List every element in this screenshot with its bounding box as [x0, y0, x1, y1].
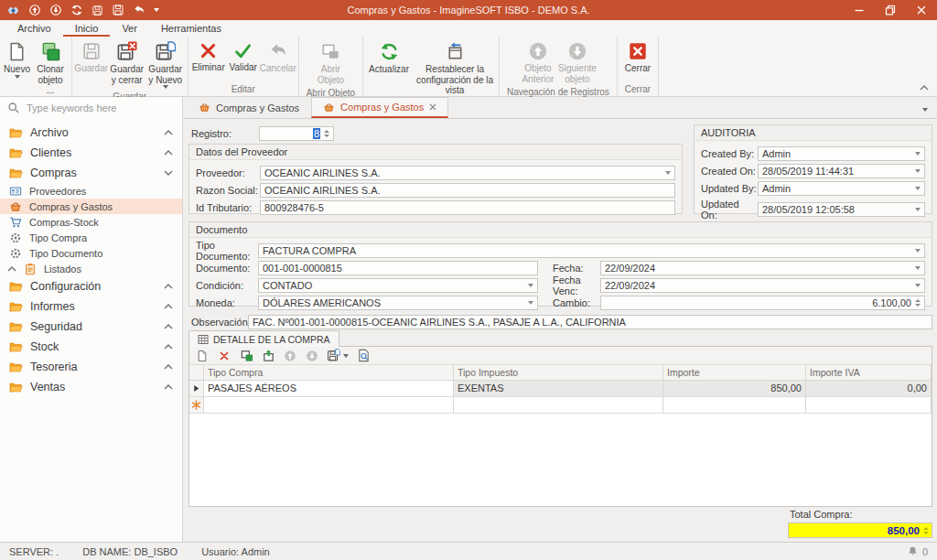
chevron-up-icon[interactable]	[164, 130, 173, 135]
eliminar-button[interactable]: Eliminar	[190, 39, 227, 75]
chevron-up-icon[interactable]	[164, 364, 173, 370]
registro-input[interactable]: 8	[259, 126, 334, 141]
nuevo-button[interactable]: Nuevo	[2, 39, 32, 81]
guardar-button[interactable]: Guardar	[74, 39, 109, 76]
cell-tipo-impuesto[interactable]: EXENTAS	[454, 381, 663, 396]
chevron-down-icon[interactable]	[915, 169, 921, 173]
new-row[interactable]	[189, 397, 932, 414]
bell-icon[interactable]	[907, 545, 919, 557]
sidebar-item-listados[interactable]: Listados	[0, 261, 182, 276]
menu-ver[interactable]: Ver	[110, 22, 149, 37]
detalle-tab[interactable]: DETALLE DE LA COMPRA	[188, 330, 339, 347]
undo-icon[interactable]	[133, 4, 145, 16]
documento-input[interactable]: 001-001-0000815	[258, 261, 538, 275]
cell-empty[interactable]	[806, 397, 932, 413]
menu-herramientas[interactable]: Herramientas	[149, 22, 233, 37]
fecha-picker[interactable]: 22/09/2024	[600, 261, 925, 275]
id-tributario-input[interactable]: 800928476-5	[260, 200, 675, 215]
move-down-button[interactable]	[303, 348, 321, 363]
chevron-down-icon[interactable]	[915, 187, 921, 190]
tipo-documento-combobox[interactable]: FACTURA COMPRA	[258, 243, 925, 258]
chevron-up-icon[interactable]	[164, 284, 173, 289]
spinner[interactable]	[324, 130, 329, 137]
spinner[interactable]	[915, 299, 921, 307]
sidebar-item-compras[interactable]: Compras	[0, 163, 182, 183]
chevron-up-icon[interactable]	[164, 150, 173, 156]
column-header[interactable]: Importe	[663, 365, 806, 380]
siguiente-objeto-button[interactable]: Siguiente objeto	[557, 39, 598, 86]
cerrar-button[interactable]: Cerrar	[620, 39, 655, 76]
chevron-down-icon[interactable]	[528, 284, 533, 287]
sidebar-item-clientes[interactable]: Clientes	[0, 143, 182, 163]
clonar-objeto-button[interactable]: Clonar objeto ...	[32, 39, 69, 98]
chevron-down-icon[interactable]	[915, 249, 921, 253]
tab-compras-y-gastos-1[interactable]: Compras y Gastos	[187, 97, 311, 118]
created-by-combobox[interactable]: Admin	[758, 146, 925, 161]
open-window-button[interactable]	[259, 348, 277, 363]
sidebar-item-configuracion[interactable]: Configuración	[0, 276, 182, 296]
sidebar-item-compras-y-gastos[interactable]: Compras y Gastos	[0, 199, 182, 214]
previous-record-icon[interactable]	[28, 4, 41, 16]
column-header[interactable]: Tipo Compra	[204, 365, 454, 380]
cell-empty[interactable]	[204, 397, 454, 413]
cell-empty[interactable]	[454, 397, 663, 413]
sidebar-item-proveedores[interactable]: Proveedores	[0, 183, 182, 199]
save-as-icon[interactable]	[112, 4, 124, 16]
collapse-ribbon-icon[interactable]	[920, 85, 929, 91]
sidebar-item-ventas[interactable]: Ventas	[0, 377, 182, 397]
minimize-button[interactable]	[844, 0, 875, 20]
observacion-input[interactable]: FAC. Nº001-001-0000815-OCEANIC AIRLINES …	[248, 315, 932, 329]
close-tab-icon[interactable]	[429, 103, 436, 111]
sidebar-item-informes[interactable]: Informes	[0, 296, 182, 317]
condicion-combobox[interactable]: CONTADO	[258, 278, 538, 293]
razon-social-input[interactable]: OCEANIC AIRLINES S.A.	[260, 183, 675, 198]
sidebar-item-archivo[interactable]: Archivo	[0, 123, 182, 143]
chevron-down-icon[interactable]	[915, 152, 921, 156]
cancelar-button[interactable]: Cancelar	[260, 39, 296, 76]
delete-row-button[interactable]	[215, 348, 233, 363]
sidebar-item-tesoreria[interactable]: Tesoreria	[0, 357, 182, 377]
preview-button[interactable]	[354, 348, 372, 363]
validar-button[interactable]: Validar	[227, 39, 260, 75]
move-up-button[interactable]	[281, 348, 299, 363]
maximize-button[interactable]	[875, 0, 906, 20]
chevron-up-icon[interactable]	[7, 266, 16, 272]
chevron-up-icon[interactable]	[164, 324, 173, 329]
search-input[interactable]	[27, 102, 164, 113]
guardar-y-cerrar-button[interactable]: Guardar y cerrar	[109, 39, 145, 87]
cell-tipo-compra[interactable]: PASAJES AÉREOS	[204, 381, 454, 396]
guardar-y-nuevo-button[interactable]: Guardar y Nuevo	[145, 39, 186, 91]
tab-list-dropdown-icon[interactable]	[922, 108, 928, 112]
fecha-venc-picker[interactable]: 22/09/2024	[600, 278, 925, 293]
actualizar-button[interactable]: Actualizar	[365, 39, 413, 77]
chevron-down-icon[interactable]	[665, 171, 671, 175]
chevron-up-icon[interactable]	[164, 344, 173, 350]
tab-compras-y-gastos-2[interactable]: Compras y Gastos	[311, 97, 448, 118]
chevron-up-icon[interactable]	[164, 384, 173, 390]
restablecer-vista-button[interactable]: Restablecer la configuración de la vista	[413, 39, 497, 98]
export-button[interactable]	[325, 348, 350, 363]
add-row-button[interactable]	[193, 348, 211, 363]
created-on-picker[interactable]: 28/05/2019 11:44:31	[758, 164, 925, 178]
chevron-down-icon[interactable]	[915, 208, 921, 211]
chevron-down-icon[interactable]	[164, 170, 173, 176]
chevron-down-icon[interactable]	[915, 284, 921, 287]
chevron-down-icon[interactable]	[528, 301, 533, 305]
open-row-button[interactable]	[237, 348, 255, 363]
sidebar-item-stock[interactable]: Stock	[0, 337, 182, 357]
abrir-objeto-button[interactable]: Abrir Objeto	[310, 39, 350, 87]
sidebar-search[interactable]	[0, 97, 182, 119]
moneda-combobox[interactable]: DÓLARES AMERICANOS	[258, 296, 538, 310]
updated-by-combobox[interactable]: Admin	[758, 181, 925, 196]
updated-on-picker[interactable]: 28/05/2019 12:05:58	[758, 202, 925, 217]
sidebar-item-tipo-compra[interactable]: Tipo Compra	[0, 230, 182, 245]
spinner[interactable]	[923, 527, 929, 534]
table-row[interactable]: PASAJES AÉREOS EXENTAS 850,00 0,00	[189, 381, 932, 397]
sidebar-item-compras-stock[interactable]: Compras-Stock	[0, 214, 182, 230]
refresh-icon[interactable]	[70, 4, 83, 16]
objeto-anterior-button[interactable]: Objeto Anterior	[519, 39, 557, 86]
sidebar-item-seguridad[interactable]: Seguridad	[0, 317, 182, 337]
cambio-input[interactable]: 6.100,00	[600, 296, 925, 310]
chevron-down-icon[interactable]	[915, 266, 921, 270]
qat-dropdown-icon[interactable]	[154, 8, 159, 12]
